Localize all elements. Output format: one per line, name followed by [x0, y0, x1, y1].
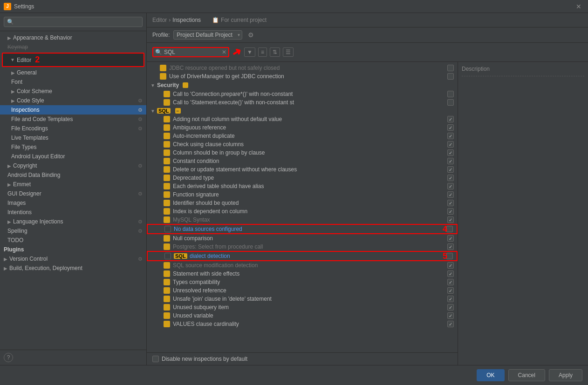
item-checkbox[interactable] — [447, 175, 454, 181]
group-header-sql[interactable]: ▼ SQL − — [147, 107, 458, 115]
item-checkbox[interactable] — [447, 116, 454, 122]
item-checkbox[interactable] — [447, 296, 454, 302]
ok-button[interactable]: OK — [477, 369, 504, 381]
list-item[interactable]: Unresolved reference — [147, 286, 458, 295]
item-checkbox[interactable] — [447, 73, 454, 80]
list-item[interactable]: Each derived table should have alias — [147, 182, 458, 190]
list-item-sql-dialect[interactable]: SQL dialect detection 5 — [147, 251, 458, 261]
sidebar-item-general[interactable]: ▶ General — [0, 68, 146, 77]
list-item[interactable]: Call to 'Connection.prepare*()' with non… — [147, 90, 458, 98]
list-item[interactable]: Delete or update statement without where… — [147, 165, 458, 174]
sidebar-item-android-layout-editor[interactable]: Android Layout Editor — [0, 152, 146, 161]
profile-gear-button[interactable]: ⚙ — [246, 30, 256, 40]
sidebar-item-keymap[interactable]: Keymap — [0, 42, 146, 52]
search-clear-button[interactable]: ✕ — [222, 49, 226, 55]
item-checkbox[interactable] — [447, 91, 454, 97]
list-item[interactable]: Unused subquery item — [147, 303, 458, 311]
item-checkbox[interactable] — [447, 270, 454, 277]
sidebar-search-input[interactable] — [4, 17, 143, 27]
list-item[interactable]: Index is dependent on column — [147, 207, 458, 216]
list-item[interactable]: Deprecated type — [147, 174, 458, 182]
list-item[interactable]: Unsafe 'join' clause in 'delete' stateme… — [147, 295, 458, 303]
item-checkbox[interactable] — [447, 141, 454, 148]
list-item[interactable]: Adding not null column without default v… — [147, 115, 458, 123]
list-item[interactable]: Identifier should be quoted — [147, 199, 458, 207]
help-button[interactable]: ? — [4, 353, 13, 362]
item-checkbox[interactable] — [447, 124, 454, 131]
item-checkbox[interactable] — [447, 321, 454, 327]
item-checkbox[interactable] — [447, 208, 454, 215]
toolbar-filter-btn[interactable]: ▼ — [244, 47, 255, 57]
toolbar-sort-btn[interactable]: ⇅ — [270, 47, 280, 57]
sidebar-item-todo[interactable]: TODO — [0, 236, 146, 245]
item-checkbox[interactable] — [447, 243, 454, 250]
item-checkbox[interactable] — [447, 191, 454, 198]
cancel-button[interactable]: Cancel — [508, 369, 545, 381]
sidebar-item-emmet[interactable]: ▶ Emmet — [0, 180, 146, 189]
sidebar-item-code-style[interactable]: ▶ Code Style ⚙ — [0, 96, 146, 105]
list-item[interactable]: Null comparison — [147, 234, 458, 243]
sidebar-item-inspections[interactable]: Inspections ⚙ — [0, 105, 146, 115]
sidebar-item-appearance[interactable]: ▶ Appearance & Behavior — [0, 33, 146, 42]
item-checkbox[interactable] — [447, 65, 454, 71]
sidebar-item-file-types[interactable]: File Types — [0, 142, 146, 152]
list-item[interactable]: MySQL Syntax — [147, 216, 458, 224]
group-header-security[interactable]: ▼ Security — [147, 81, 458, 90]
item-checkbox[interactable] — [447, 304, 454, 311]
inspection-search-input[interactable] — [164, 49, 220, 55]
item-checkbox[interactable] — [447, 216, 454, 223]
list-item[interactable]: Postgres: Select from procedure call — [147, 243, 458, 251]
list-item[interactable]: Auto-increment duplicate — [147, 132, 458, 140]
sidebar-item-live-templates[interactable]: Live Templates — [0, 133, 146, 142]
sidebar-item-intentions[interactable]: Intentions — [0, 208, 146, 217]
sidebar-item-build[interactable]: ▶ Build, Execution, Deployment — [0, 263, 146, 273]
item-checkbox[interactable] — [447, 287, 454, 294]
list-item[interactable]: Function signature — [147, 190, 458, 199]
list-item[interactable]: Column should be in group by clause — [147, 149, 458, 157]
list-item[interactable]: SQL source modification detection — [147, 261, 458, 270]
toolbar-columns-btn[interactable]: ☰ — [283, 47, 294, 57]
list-item[interactable]: Types compatibility — [147, 278, 458, 286]
sidebar-item-spelling[interactable]: Spelling ⚙ — [0, 226, 146, 236]
sidebar-item-version-control[interactable]: ▶ Version Control ⚙ — [0, 254, 146, 263]
list-item[interactable]: Unused variable — [147, 311, 458, 320]
list-item[interactable]: JDBC resource opened but not safely clos… — [147, 64, 458, 72]
item-checkbox[interactable] — [447, 200, 454, 206]
item-checkbox[interactable] — [446, 253, 453, 259]
item-checkbox[interactable] — [447, 149, 454, 156]
sidebar-item-file-code-templates[interactable]: File and Code Templates ⚙ — [0, 115, 146, 124]
sidebar-item-editor[interactable]: ▼ Editor 2 — [2, 53, 144, 67]
list-item[interactable]: Constant condition — [147, 157, 458, 165]
item-checkbox[interactable] — [447, 235, 454, 242]
item-checkbox[interactable] — [447, 133, 454, 139]
item-checkbox[interactable] — [446, 226, 453, 232]
item-checkbox[interactable] — [447, 166, 454, 173]
close-button[interactable]: ✕ — [573, 2, 584, 11]
sidebar-item-android-data-binding[interactable]: Android Data Binding — [0, 170, 146, 180]
list-item[interactable]: Statement with side effects — [147, 270, 458, 278]
sidebar-item-color-scheme[interactable]: ▶ Color Scheme — [0, 87, 146, 96]
list-item-no-data-sources[interactable]: No data sources configured 4 — [147, 224, 458, 234]
item-checkbox[interactable] — [447, 312, 454, 319]
sidebar-item-images[interactable]: Images — [0, 198, 146, 208]
list-item[interactable]: Call to 'Statement.execute()' with non-c… — [147, 98, 458, 107]
sidebar-item-gui-designer[interactable]: GUI Designer ⚙ — [0, 189, 146, 198]
sidebar-item-language-injections[interactable]: ▶ Language Injections ⚙ — [0, 217, 146, 226]
list-item[interactable]: VALUES clause cardinality — [147, 320, 458, 328]
profile-select[interactable]: Project Default Project — [173, 30, 242, 40]
item-checkbox[interactable] — [447, 183, 454, 189]
sidebar-item-plugins[interactable]: Plugins — [0, 245, 146, 254]
list-item[interactable]: Check using clause columns — [147, 140, 458, 149]
apply-button[interactable]: Apply — [549, 369, 582, 381]
item-checkbox[interactable] — [447, 279, 454, 285]
disable-inspections-checkbox[interactable] — [152, 356, 159, 362]
list-item[interactable]: Ambiguous reference — [147, 123, 458, 132]
item-checkbox[interactable] — [447, 158, 454, 164]
list-item[interactable]: Use of DriverManager to get JDBC connect… — [147, 72, 458, 81]
item-checkbox[interactable] — [447, 99, 454, 106]
sidebar-item-file-encodings[interactable]: File Encodings ⚙ — [0, 124, 146, 133]
toolbar-expand-btn[interactable]: ≡ — [258, 47, 267, 57]
sidebar-item-font[interactable]: Font — [0, 77, 146, 87]
sidebar-item-copyright[interactable]: ▶ Copyright ⚙ — [0, 161, 146, 170]
item-checkbox[interactable] — [447, 262, 454, 269]
